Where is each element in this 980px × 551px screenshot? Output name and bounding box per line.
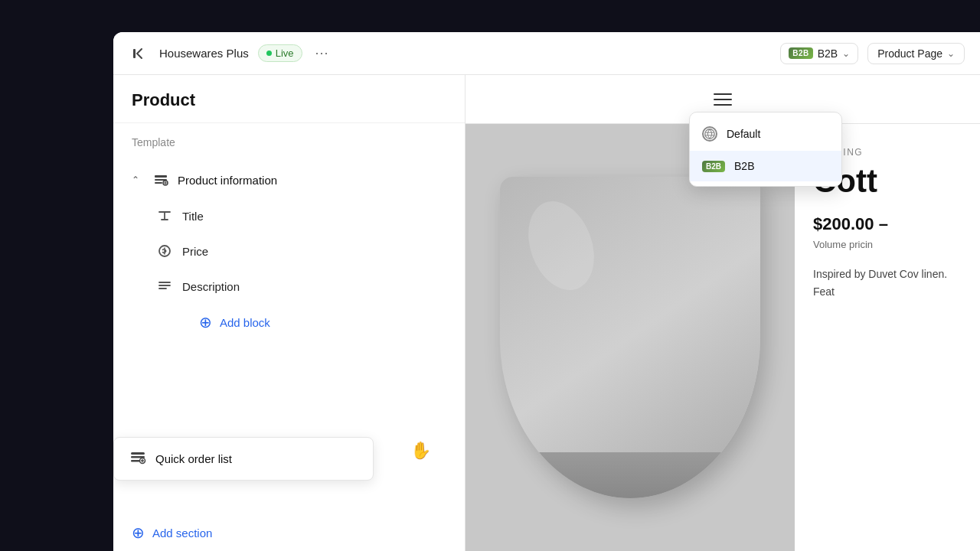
description-item[interactable]: Description bbox=[156, 269, 465, 304]
svg-rect-9 bbox=[131, 460, 140, 462]
hamburger-menu[interactable] bbox=[714, 93, 732, 106]
quick-order-item[interactable]: Quick order list bbox=[113, 437, 374, 481]
product-info-label: Product information bbox=[178, 174, 277, 187]
template-section: Template bbox=[113, 123, 465, 161]
quick-order-icon bbox=[129, 448, 146, 469]
description-icon bbox=[156, 278, 173, 295]
live-badge: Live bbox=[258, 44, 302, 62]
b2b-label: B2B bbox=[818, 47, 838, 60]
price-label: Price bbox=[182, 245, 208, 258]
b2b-dropdown: Default B2B B2B bbox=[689, 112, 842, 187]
hamburger-line-2 bbox=[714, 99, 732, 100]
page-selector[interactable]: Product Page ⌄ bbox=[867, 43, 965, 64]
dropdown-item-default[interactable]: Default bbox=[690, 117, 841, 151]
hamburger-line-1 bbox=[714, 93, 732, 95]
svg-point-6 bbox=[705, 129, 714, 139]
cursor: ✋ bbox=[410, 441, 431, 461]
add-block-icon: ⊕ bbox=[199, 313, 212, 331]
svg-rect-0 bbox=[133, 49, 136, 58]
b2b-badge: B2B bbox=[789, 47, 813, 59]
back-button[interactable] bbox=[129, 43, 150, 64]
product-information-row[interactable]: ⌃ Product information bbox=[113, 161, 465, 198]
page-selector-label: Product Page bbox=[877, 47, 942, 60]
preview-area: BEDDING Cott $200.00 – Volume pricin Ins… bbox=[466, 75, 980, 551]
more-button[interactable]: ··· bbox=[312, 43, 333, 64]
duvet-cover-image bbox=[500, 177, 760, 498]
add-section-icon: ⊕ bbox=[132, 523, 145, 542]
duvet-fold bbox=[500, 452, 760, 498]
quick-order-label: Quick order list bbox=[155, 452, 232, 465]
product-info-icon bbox=[152, 171, 170, 189]
title-item[interactable]: Title bbox=[156, 198, 465, 233]
volume-pricing: Volume pricin bbox=[813, 239, 962, 250]
product-description: Inspired by Duvet Cov linen. Feat bbox=[813, 266, 962, 300]
topbar: Housewares Plus Live ··· B2B B2B ⌄ Produ… bbox=[113, 32, 980, 75]
price-icon bbox=[156, 243, 173, 259]
sidebar-header: Product bbox=[113, 75, 465, 123]
svg-rect-1 bbox=[155, 175, 167, 178]
store-name: Housewares Plus bbox=[159, 47, 249, 60]
dropdown-item-b2b[interactable]: B2B B2B bbox=[690, 151, 841, 181]
template-label: Template bbox=[132, 136, 175, 148]
title-label: Title bbox=[182, 210, 204, 223]
product-price: $200.00 – bbox=[813, 214, 962, 234]
main-content: Product Template ⌃ Product informa bbox=[113, 75, 980, 551]
dropdown-b2b-badge: B2B bbox=[702, 161, 725, 172]
sidebar-title: Product bbox=[132, 90, 195, 109]
dropdown-b2b-label: B2B bbox=[734, 160, 754, 172]
sub-items: Title Price bbox=[113, 198, 465, 341]
globe-icon bbox=[702, 126, 717, 142]
duvet-highlight bbox=[517, 192, 606, 299]
chevron-down-icon: ⌄ bbox=[842, 48, 850, 59]
price-item[interactable]: Price bbox=[156, 233, 465, 269]
hamburger-line-3 bbox=[714, 104, 732, 106]
title-icon bbox=[156, 207, 173, 224]
svg-rect-3 bbox=[155, 182, 162, 184]
svg-rect-7 bbox=[131, 452, 145, 455]
add-section-label: Add section bbox=[152, 527, 212, 540]
collapse-icon: ⌃ bbox=[132, 174, 144, 185]
page-chevron-icon: ⌄ bbox=[947, 48, 955, 59]
add-block-label: Add block bbox=[220, 316, 270, 329]
live-dot bbox=[266, 51, 272, 56]
add-block-row[interactable]: ⊕ Add block bbox=[156, 304, 465, 341]
product-info-panel: BEDDING Cott $200.00 – Volume pricin Ins… bbox=[795, 124, 980, 551]
product-image bbox=[466, 124, 795, 551]
app-window: Housewares Plus Live ··· B2B B2B ⌄ Produ… bbox=[113, 32, 980, 551]
b2b-selector[interactable]: B2B B2B ⌄ bbox=[780, 43, 858, 64]
dropdown-default-label: Default bbox=[727, 128, 760, 140]
add-section-row[interactable]: ⊕ Add section bbox=[113, 514, 465, 551]
description-label: Description bbox=[182, 280, 240, 293]
